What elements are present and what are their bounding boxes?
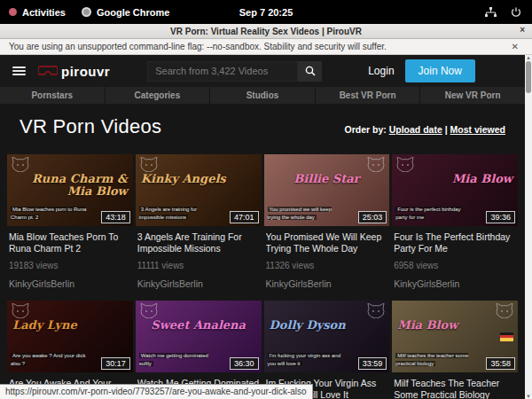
video-thumbnail[interactable]: Kinky Angels 3 Angels are training for i… bbox=[136, 154, 262, 226]
login-link[interactable]: Login bbox=[368, 65, 394, 77]
scrollbar-thumb[interactable] bbox=[526, 61, 531, 93]
video-thumbnail[interactable]: Dolly Dyson I'm fucking your virgin ass … bbox=[264, 301, 390, 372]
video-thumbnail[interactable]: Lady Lyne Are you awake ? And your dick … bbox=[7, 301, 133, 372]
menu-item-best-vr-porn[interactable]: Best VR Porn bbox=[316, 87, 421, 104]
video-duration-badge: 36:30 bbox=[230, 357, 259, 370]
order-most-viewed-link[interactable]: Most viewed bbox=[450, 124, 505, 135]
status-bar-url: https://pirouvr.com/vr-porn-video/779325… bbox=[0, 384, 313, 399]
video-duration-badge: 35:58 bbox=[486, 357, 515, 370]
video-view-count: 19183 views bbox=[9, 261, 131, 270]
studio-cat-mask-icon bbox=[367, 303, 385, 318]
window-title: VR Porn: Virtual Reality Sex Videos | Pi… bbox=[170, 27, 362, 36]
video-thumbnail[interactable]: Mia Blow Four is the perfect birthday pa… bbox=[392, 154, 518, 226]
thumbnail-performer-name: Dolly Dyson bbox=[270, 319, 385, 332]
video-card[interactable]: Billie Star You promised we will keep tr… bbox=[264, 154, 390, 289]
german-flag-icon bbox=[500, 332, 513, 341]
order-by-controls: Order by: Upload date | Most viewed bbox=[344, 124, 505, 135]
video-title[interactable]: Four Is The Perfect Birthday Party For M… bbox=[394, 231, 516, 254]
thumbnail-caption: You promised we will keep trying the who… bbox=[268, 206, 346, 222]
studio-cat-mask-icon bbox=[140, 157, 158, 172]
order-upload-date-link[interactable]: Upload date bbox=[389, 124, 442, 135]
thumbnail-performer-name: Mia Blow bbox=[397, 173, 512, 185]
thumbnail-performer-name: Lady Lyne bbox=[12, 319, 128, 332]
video-duration-badge: 30:17 bbox=[101, 357, 130, 370]
browser-title-bar: VR Porn: Virtual Reality Sex Videos | Pi… bbox=[0, 24, 532, 39]
site-header: pirouvr Login Join Now bbox=[0, 55, 525, 87]
thumbnail-caption: Milf teaches the teacher some practical … bbox=[395, 352, 473, 368]
recording-indicator-icon bbox=[9, 8, 17, 16]
video-title[interactable]: 3 Angels Are Training For Impossible Mis… bbox=[137, 231, 260, 254]
studio-cat-mask-icon bbox=[140, 303, 158, 318]
menu-item-new-vr-porn[interactable]: New VR Porn bbox=[420, 87, 525, 104]
thumbnail-performer-name: Billie Star bbox=[270, 173, 385, 185]
warning-close-button[interactable]: ✕ bbox=[512, 42, 523, 51]
video-thumbnail[interactable]: Runa Charm & Mia Blow Mia Blow teaches p… bbox=[7, 154, 133, 226]
menu-item-pornstars[interactable]: Pornstars bbox=[0, 87, 106, 104]
video-studio-link[interactable]: KinkyGirlsBerlin bbox=[394, 278, 516, 289]
video-studio-link[interactable]: KinkyGirlsBerlin bbox=[266, 278, 388, 289]
studio-cat-mask-icon bbox=[12, 303, 29, 318]
network-icon[interactable] bbox=[485, 7, 497, 18]
thumbnail-performer-name: Kinky Angels bbox=[141, 173, 256, 185]
activities-label: Activities bbox=[22, 7, 66, 18]
thumbnail-caption: Are you awake ? And your dick also ? bbox=[11, 352, 89, 368]
join-now-button[interactable]: Join Now bbox=[405, 59, 475, 82]
video-title[interactable]: Mia Blow Teaches Porn To Runa Charm Pt 2 bbox=[9, 231, 131, 254]
video-duration-badge: 47:01 bbox=[230, 211, 259, 223]
video-title[interactable]: You Promised We Will Keep Trying The Who… bbox=[266, 231, 388, 254]
chrome-label: Google Chrome bbox=[97, 7, 170, 18]
chrome-icon bbox=[82, 7, 91, 17]
chrome-warning-bar: You are using an unsupported command-lin… bbox=[0, 39, 532, 55]
thumbnail-caption: 3 Angels are training for impossible mis… bbox=[139, 206, 217, 222]
video-duration-badge: 43:18 bbox=[101, 211, 130, 223]
video-studio-link[interactable]: KinkyGirlsBerlin bbox=[9, 278, 131, 289]
menu-item-categories[interactable]: Categories bbox=[106, 87, 211, 104]
studio-cat-mask-icon bbox=[496, 303, 513, 318]
scrollbar-down-arrow[interactable]: ▼ bbox=[525, 394, 532, 399]
activities-button[interactable]: Activities bbox=[9, 7, 66, 18]
studio-cat-mask-icon bbox=[12, 157, 29, 172]
warning-text: You are using an unsupported command-lin… bbox=[9, 42, 387, 51]
video-studio-link[interactable]: KinkyGirlsBerlin bbox=[137, 278, 260, 289]
thumbnail-caption: I'm fucking your virgin ass and you will… bbox=[268, 352, 346, 368]
hamburger-menu-icon[interactable] bbox=[12, 66, 26, 75]
video-view-count: 6958 views bbox=[394, 261, 516, 270]
main-menu: PornstarsCategoriesStudiosBest VR PornNe… bbox=[0, 87, 525, 104]
system-clock[interactable]: Sep 7 20:25 bbox=[239, 7, 293, 18]
chrome-app-menu[interactable]: Google Chrome bbox=[82, 7, 170, 18]
site-logo[interactable]: pirouvr bbox=[38, 64, 110, 79]
browser-viewport: pirouvr Login Join Now PornstarsCategori… bbox=[0, 55, 532, 399]
thumbnail-caption: Mia Blow teaches porn to Runa Charm pt. … bbox=[11, 206, 89, 222]
video-thumbnail[interactable]: Sweet Analena Watch me getting dominated… bbox=[136, 301, 262, 372]
page-content: VR Porn Videos Order by: Upload date | M… bbox=[0, 104, 525, 399]
video-card[interactable]: Kinky Angels 3 Angels are training for i… bbox=[136, 154, 262, 289]
thumbnail-caption: Watch me getting dominated softly bbox=[139, 352, 217, 368]
vr-goggles-icon bbox=[38, 66, 58, 77]
page-title: VR Porn Videos bbox=[20, 115, 161, 138]
thumbnail-performer-name: Sweet Analena bbox=[141, 319, 256, 332]
search-icon bbox=[305, 66, 316, 76]
scrollbar-up-arrow[interactable]: ▲ bbox=[525, 55, 532, 60]
video-card[interactable]: Runa Charm & Mia Blow Mia Blow teaches p… bbox=[7, 154, 133, 289]
menu-item-studios[interactable]: Studios bbox=[210, 87, 316, 104]
thumbnail-caption: Four is the perfect birthday party for m… bbox=[395, 206, 473, 222]
video-view-count: 11111 views bbox=[137, 261, 260, 270]
search-button[interactable] bbox=[298, 61, 322, 82]
video-duration-badge: 39:36 bbox=[486, 211, 515, 223]
page-scrollbar[interactable]: ▲ ▼ bbox=[525, 55, 532, 399]
video-card[interactable]: Mia Blow Milf teaches the teacher some p… bbox=[392, 301, 518, 399]
video-grid: Runa Charm & Mia Blow Mia Blow teaches p… bbox=[7, 154, 518, 399]
logo-text: pirouvr bbox=[61, 64, 110, 79]
power-icon[interactable] bbox=[511, 7, 521, 18]
thumbnail-performer-name: Mia Blow bbox=[397, 319, 512, 332]
thumbnail-performer-name: Runa Charm & Mia Blow bbox=[12, 173, 128, 197]
video-thumbnail[interactable]: Mia Blow Milf teaches the teacher some p… bbox=[392, 301, 518, 372]
video-title[interactable]: Milf Teaches The Teacher Some Practical … bbox=[394, 378, 516, 399]
video-thumbnail[interactable]: Billie Star You promised we will keep tr… bbox=[264, 154, 390, 226]
window-close-button[interactable]: × bbox=[520, 25, 525, 35]
video-view-count: 11326 views bbox=[266, 261, 388, 270]
video-card[interactable]: Mia Blow Four is the perfect birthday pa… bbox=[392, 154, 518, 289]
order-by-label: Order by: bbox=[344, 124, 386, 135]
search-input[interactable] bbox=[147, 61, 298, 82]
studio-cat-mask-icon bbox=[396, 157, 414, 172]
